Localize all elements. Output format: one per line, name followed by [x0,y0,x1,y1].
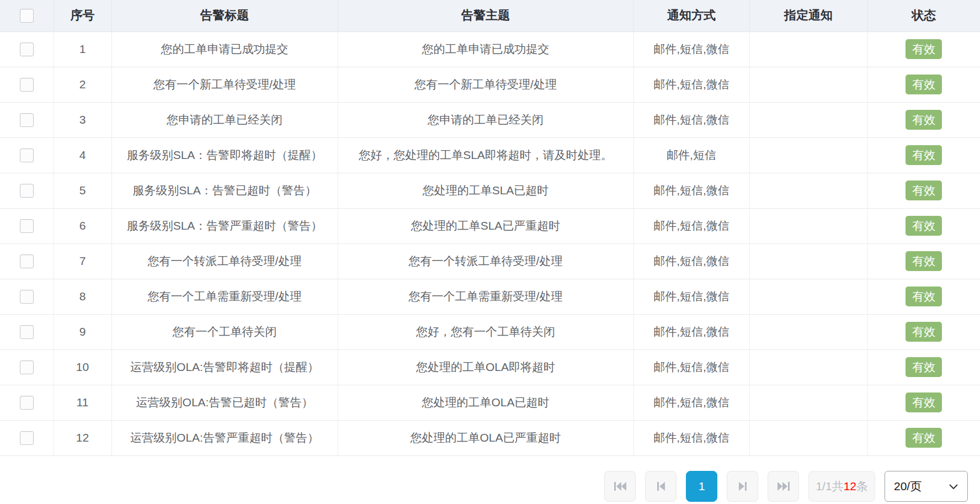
row-checkbox[interactable] [20,396,34,410]
cell-notify-method: 邮件,短信,微信 [633,243,749,279]
row-checkbox[interactable] [20,148,34,162]
cell-title: 运营级别OLA:告警已超时（警告） [111,385,338,420]
row-checkbox[interactable] [20,219,34,233]
chevron-down-icon [949,480,958,493]
status-badge: 有效 [906,145,942,165]
cell-status: 有效 [867,208,980,243]
cell-title: 您申请的工单已经关闭 [111,102,338,137]
header-cell-status: 状态 [867,0,980,31]
row-checkbox[interactable] [20,431,34,445]
cell-checkbox [0,67,54,102]
row-checkbox[interactable] [20,43,34,56]
cell-status: 有效 [867,31,980,67]
cell-status: 有效 [867,279,980,314]
last-page-button[interactable] [768,471,799,502]
cell-checkbox [0,173,54,208]
cell-no: 6 [54,208,111,243]
cell-status: 有效 [867,67,980,102]
header-cell-subject: 告警主题 [338,0,633,31]
cell-subject: 您处理的工单OLA即将超时 [338,349,633,385]
pagination-info-prefix: 1/1共 [816,479,843,494]
cell-notify-method: 邮件,短信,微信 [633,102,749,137]
cell-assigned-notify [749,420,867,455]
cell-notify-method: 邮件,短信 [633,137,749,173]
cell-status: 有效 [867,102,980,137]
first-page-button[interactable] [604,471,636,502]
cell-notify-method: 邮件,短信,微信 [633,385,749,420]
cell-notify-method: 邮件,短信,微信 [633,67,749,102]
cell-checkbox [0,243,54,279]
page-size-label: 20/页 [894,479,922,494]
cell-status: 有效 [867,420,980,455]
table-header: 序号 告警标题 告警主题 通知方式 指定通知 状态 [0,0,980,31]
cell-checkbox [0,279,54,314]
row-checkbox[interactable] [20,254,34,268]
table-row: 2 您有一个新工单待受理/处理 您有一个新工单待受理/处理 邮件,短信,微信 有… [0,67,980,102]
cell-no: 5 [54,173,111,208]
last-page-icon [776,480,791,493]
cell-notify-method: 邮件,短信,微信 [633,420,749,455]
status-badge: 有效 [906,216,942,236]
row-checkbox[interactable] [20,113,34,127]
cell-status: 有效 [867,385,980,420]
cell-no: 1 [54,31,111,67]
table-row: 9 您有一个工单待关闭 您好，您有一个工单待关闭 邮件,短信,微信 有效 [0,314,980,349]
cell-no: 12 [54,420,111,455]
cell-subject: 您处理的工单SLA已严重超时 [338,208,633,243]
cell-checkbox [0,420,54,455]
pagination-total-count: 12 [844,480,856,493]
cell-no: 3 [54,102,111,137]
cell-title: 您有一个工单待关闭 [111,314,338,349]
cell-checkbox [0,31,54,67]
row-checkbox[interactable] [20,360,34,374]
cell-subject: 您有一个工单需重新受理/处理 [338,279,633,314]
cell-no: 7 [54,243,111,279]
cell-assigned-notify [749,349,867,385]
first-page-icon [612,480,628,493]
cell-assigned-notify [749,137,867,173]
table-row: 5 服务级别SLA：告警已超时（警告） 您处理的工单SLA已超时 邮件,短信,微… [0,173,980,208]
cell-title: 您有一个工单需重新受理/处理 [111,279,338,314]
status-badge: 有效 [906,392,942,412]
cell-subject: 您有一个转派工单待受理/处理 [338,243,633,279]
cell-subject: 您处理的工单SLA已超时 [338,173,633,208]
status-badge: 有效 [906,357,942,377]
row-checkbox[interactable] [20,325,34,339]
table-row: 8 您有一个工单需重新受理/处理 您有一个工单需重新受理/处理 邮件,短信,微信… [0,279,980,314]
table-row: 1 您的工单申请已成功提交 您的工单申请已成功提交 邮件,短信,微信 有效 [0,31,980,67]
cell-no: 4 [54,137,111,173]
pagination-info: 1/1共12条 [808,471,875,502]
cell-subject: 您的工单申请已成功提交 [338,31,633,67]
page-size-select[interactable]: 20/页 [885,471,968,502]
header-row: 序号 告警标题 告警主题 通知方式 指定通知 状态 [0,0,980,31]
cell-assigned-notify [749,208,867,243]
row-checkbox[interactable] [20,184,34,198]
header-cell-notify-method: 通知方式 [633,0,749,31]
cell-notify-method: 邮件,短信,微信 [633,31,749,67]
cell-notify-method: 邮件,短信,微信 [633,173,749,208]
cell-title: 服务级别SLA：告警即将超时（提醒） [111,137,338,173]
table-row: 4 服务级别SLA：告警即将超时（提醒） 您好，您处理的工单SLA即将超时，请及… [0,137,980,173]
cell-subject: 您有一个新工单待受理/处理 [338,67,633,102]
cell-no: 2 [54,67,111,102]
table-row: 3 您申请的工单已经关闭 您申请的工单已经关闭 邮件,短信,微信 有效 [0,102,980,137]
cell-checkbox [0,349,54,385]
cell-assigned-notify [749,385,867,420]
cell-title: 服务级别SLA：告警已超时（警告） [111,173,338,208]
cell-notify-method: 邮件,短信,微信 [633,279,749,314]
row-checkbox[interactable] [20,290,34,304]
status-badge: 有效 [906,39,942,59]
cell-assigned-notify [749,314,867,349]
row-checkbox[interactable] [20,78,34,92]
header-cell-checkbox [0,0,54,31]
select-all-checkbox[interactable] [20,9,34,23]
cell-assigned-notify [749,67,867,102]
cell-status: 有效 [867,173,980,208]
cell-status: 有效 [867,243,980,279]
cell-assigned-notify [749,279,867,314]
table-row: 11 运营级别OLA:告警已超时（警告） 您处理的工单OLA已超时 邮件,短信,… [0,385,980,420]
current-page-button[interactable]: 1 [686,471,717,502]
next-page-button[interactable] [727,471,758,502]
prev-page-button[interactable] [645,471,677,502]
cell-title: 您有一个转派工单待受理/处理 [111,243,338,279]
